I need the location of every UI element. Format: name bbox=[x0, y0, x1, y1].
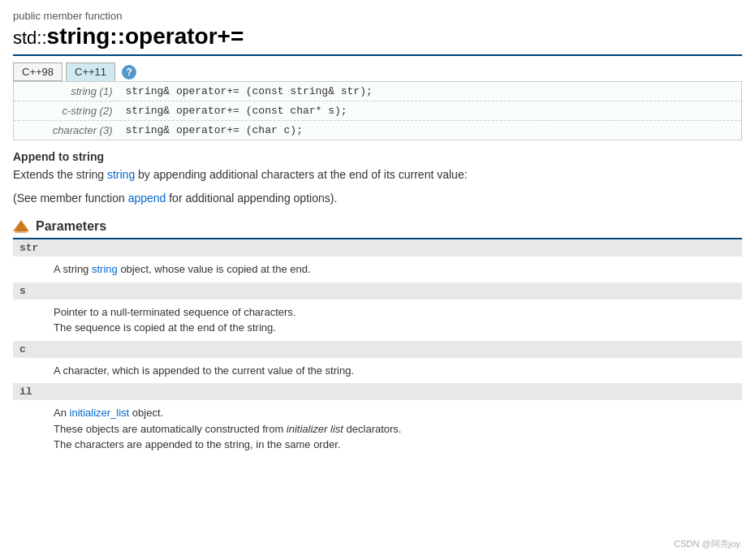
sig-code-2: string& operator+= (const char* s); bbox=[119, 101, 742, 121]
signature-table: string (1) string& operator+= (const str… bbox=[13, 81, 742, 140]
string-link-1[interactable]: string bbox=[107, 168, 135, 181]
sig-label-3: character (3) bbox=[14, 121, 119, 140]
tab-cpp98[interactable]: C++98 bbox=[13, 62, 63, 81]
signature-row-1: string (1) string& operator+= (const str… bbox=[14, 82, 742, 101]
string-link-2[interactable]: string bbox=[92, 263, 118, 275]
parameters-table: str A string string object, whose value … bbox=[13, 239, 742, 458]
version-tabs: C++98 C++11 ? bbox=[13, 62, 742, 81]
function-title: std::string::operator+= bbox=[13, 24, 742, 56]
param-desc-c: A character, which is appended to the cu… bbox=[13, 358, 742, 384]
param-row-str-desc: A string string object, whose value is c… bbox=[13, 256, 742, 282]
param-name-s: s bbox=[13, 282, 742, 299]
description-para1: Extends the string string by appending a… bbox=[13, 166, 742, 183]
sig-label-1: string (1) bbox=[14, 82, 119, 101]
parameters-header: Parameters bbox=[13, 218, 742, 239]
param-name-c: c bbox=[13, 341, 742, 358]
param-row-str-name: str bbox=[13, 239, 742, 256]
access-label: public member function bbox=[13, 10, 742, 22]
il-italic: initializer list bbox=[287, 423, 343, 435]
parameters-title: Parameters bbox=[36, 219, 106, 234]
append-link[interactable]: append bbox=[128, 192, 166, 205]
param-desc-str: A string string object, whose value is c… bbox=[13, 256, 742, 282]
parameters-icon bbox=[13, 218, 29, 235]
param-row-c-name: c bbox=[13, 341, 742, 358]
param-row-il-name: il bbox=[13, 383, 742, 400]
param-desc-s: Pointer to a null-terminated sequence of… bbox=[13, 299, 742, 341]
signature-row-2: c-string (2) string& operator+= (const c… bbox=[14, 101, 742, 121]
param-row-s-name: s bbox=[13, 282, 742, 299]
param-row-c-desc: A character, which is appended to the cu… bbox=[13, 358, 742, 384]
help-icon[interactable]: ? bbox=[122, 65, 136, 80]
initializer-list-link[interactable]: initializer_list bbox=[70, 407, 130, 419]
description-title: Append to string bbox=[13, 150, 742, 163]
param-row-il-desc: An initializer_list object. These object… bbox=[13, 400, 742, 458]
description-para2: (See member function append for addition… bbox=[13, 190, 742, 207]
function-name: string::operator+= bbox=[47, 24, 244, 49]
description-section: Append to string Extends the string stri… bbox=[13, 150, 742, 207]
tab-cpp11[interactable]: C++11 bbox=[66, 62, 115, 81]
sig-label-2: c-string (2) bbox=[14, 101, 119, 121]
signature-row-3: character (3) string& operator+= (char c… bbox=[14, 121, 742, 140]
param-name-il: il bbox=[13, 383, 742, 400]
param-row-s-desc: Pointer to a null-terminated sequence of… bbox=[13, 299, 742, 341]
param-name-str: str bbox=[13, 239, 742, 256]
sig-code-1: string& operator+= (const string& str); bbox=[119, 82, 742, 101]
watermark: CSDN @阿亮joy. bbox=[674, 538, 742, 550]
namespace-prefix: std:: bbox=[13, 28, 47, 48]
param-desc-il: An initializer_list object. These object… bbox=[13, 400, 742, 458]
sig-code-3: string& operator+= (char c); bbox=[119, 121, 742, 140]
